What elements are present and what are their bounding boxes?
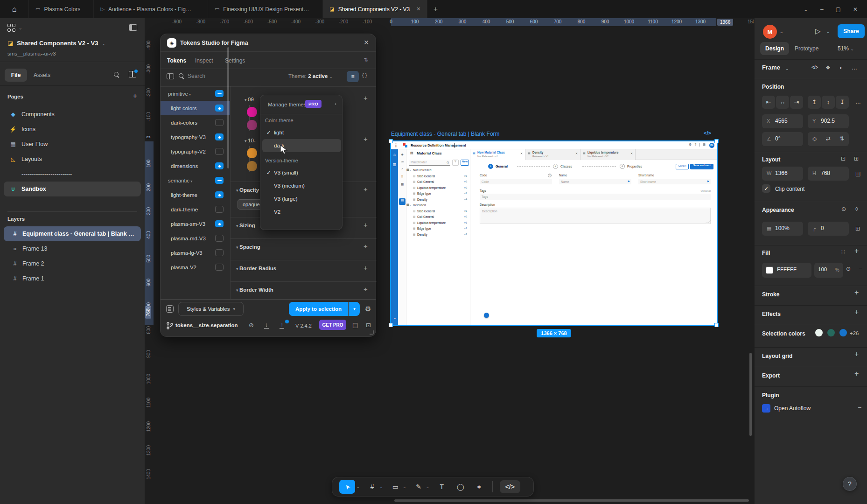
file-tab[interactable]: ▭ Finessing UI/UX Design Presentation	[208, 0, 323, 18]
app-field-help-icon[interactable]: ?	[548, 174, 552, 177]
section-opacity[interactable]: Opacity	[236, 187, 259, 193]
toolbar-tool[interactable]: ∗ ⌄	[471, 480, 488, 494]
section-border-width[interactable]: Border Width	[236, 287, 273, 293]
layer-item[interactable]: # Frame 1	[0, 271, 145, 286]
color-token-swatch[interactable]	[247, 120, 257, 130]
app-save-button[interactable]: Save and next	[690, 164, 713, 169]
token-set-checkbox[interactable]	[215, 105, 224, 112]
apply-variable-icon[interactable]: ◊	[855, 206, 858, 212]
add-token-icon[interactable]: +	[364, 264, 368, 272]
plugin-tab-inspect[interactable]: Inspect	[195, 57, 213, 64]
fill-opacity-input[interactable]: 100%	[814, 263, 843, 278]
independent-corners-icon[interactable]: ⊞	[855, 225, 860, 232]
app-tree-row[interactable]: ⌄ ▤ Slab General v3	[406, 174, 470, 180]
token-set-row[interactable]: dark-colors	[161, 115, 230, 130]
toolbar-tool[interactable]: # ⌄	[364, 480, 385, 494]
close-tab-icon[interactable]: ✕	[416, 6, 420, 12]
add-token-icon[interactable]: +	[364, 242, 368, 250]
app-tree-row[interactable]: ⌄ ▤ Released	[406, 203, 470, 209]
app-filter-button[interactable]: ∇	[452, 160, 459, 166]
token-set-row[interactable]: plasma-sm-V3	[161, 217, 230, 231]
page-item[interactable]: --------------------------	[0, 167, 145, 182]
mask-icon[interactable]: ◑	[839, 64, 842, 71]
apply-to-selection-button[interactable]: Apply to selection	[289, 302, 348, 316]
toolbar-tool[interactable]: ⌄	[492, 481, 493, 492]
theme-option[interactable]: ✓ light	[262, 126, 341, 139]
window-close-icon[interactable]: ✕	[853, 6, 858, 13]
add-layout-grid-icon[interactable]: +	[854, 350, 859, 358]
token-set-row[interactable]: plasma-md-V3	[161, 231, 230, 245]
height-input[interactable]: H768	[808, 167, 849, 181]
file-title-chevron-icon[interactable]: ⌄	[102, 41, 105, 46]
add-page-button[interactable]: +	[133, 92, 137, 100]
token-group-label[interactable]: 10-	[245, 138, 256, 143]
pull-tokens-icon[interactable]: ↓	[264, 322, 269, 329]
color-token-swatch[interactable]	[247, 161, 257, 171]
frame-name-label[interactable]: Equipment class - General tab | Blank Fo…	[391, 131, 500, 137]
add-fill-icon[interactable]: +	[854, 247, 859, 255]
resize-to-fit-icon[interactable]: ⊡	[841, 155, 846, 162]
layer-item[interactable]: # Equipment class - General tab | Blank …	[4, 226, 141, 241]
app-document-tab[interactable]: ▤ Density Released - V1 ✕	[525, 149, 580, 160]
help-button[interactable]: ?	[843, 477, 857, 491]
share-button[interactable]: Share	[838, 24, 865, 38]
fill-swatch[interactable]	[766, 266, 773, 274]
rotation-input[interactable]: ∠0°	[762, 132, 803, 146]
app-document-tab[interactable]: ▤ Liquidus temperature Not Released - V2…	[580, 149, 636, 160]
present-icon[interactable]: ▷	[815, 27, 821, 35]
corner-radius-input[interactable]: ╭0	[808, 222, 849, 236]
app-tree-row[interactable]: ⌄ ▤ Slab General v2	[406, 209, 470, 215]
app-name-input[interactable]: Name⚑	[559, 179, 631, 185]
selection-color-swatch[interactable]	[815, 329, 823, 336]
app-tree-row[interactable]: ⌄ ▤ Density v3	[406, 232, 470, 238]
token-set-checkbox[interactable]	[215, 177, 224, 184]
token-set-checkbox[interactable]	[215, 90, 224, 97]
remove-plugin-icon[interactable]: –	[858, 404, 861, 411]
theme-option[interactable]: ✓ dark	[262, 139, 341, 152]
align-right-icon[interactable]: ⇥	[790, 96, 803, 109]
tab-assets[interactable]: Assets	[34, 72, 50, 78]
sidebar-toggle-icon[interactable]	[129, 24, 137, 31]
plugin-resize-handle[interactable]	[370, 330, 374, 335]
plugin-search-input[interactable]	[188, 71, 258, 81]
theme-option[interactable]: ✓ V2	[262, 205, 341, 218]
styles-variables-button[interactable]: Styles & Variables▾	[178, 302, 244, 316]
token-set-row[interactable]: semantic	[161, 173, 230, 188]
toolbar-tool[interactable]: ◯ ⌄	[452, 480, 469, 494]
plugin-collapse-icon[interactable]: ⇄	[363, 57, 369, 62]
app-document-tab[interactable]: ▤ New Material Class Not Released - v1 ✕	[470, 149, 525, 160]
token-set-checkbox[interactable]	[215, 235, 224, 242]
token-set-checkbox[interactable]	[215, 148, 224, 155]
add-export-icon[interactable]: +	[854, 370, 859, 378]
tab-design[interactable]: Design	[760, 42, 789, 55]
toolbar-tool[interactable]: </> ⌄	[497, 480, 523, 493]
app-cancel-button[interactable]: Cancel	[676, 164, 689, 169]
file-title[interactable]: Shared Components V2 - V3	[17, 40, 98, 47]
feedback-icon[interactable]: ⊡	[366, 322, 371, 329]
open-autoflow-item[interactable]: Open Autoflow	[774, 405, 811, 412]
theme-option[interactable]: ✓ V3 (large)	[262, 192, 341, 205]
toolbar-tool[interactable]: ▭ ⌄	[387, 480, 408, 494]
width-input[interactable]: W1366	[762, 167, 803, 181]
add-stroke-icon[interactable]: +	[854, 288, 859, 297]
manage-themes-item[interactable]: Manage themes	[268, 102, 306, 107]
token-set-row[interactable]: primitive	[161, 86, 230, 101]
selected-frame[interactable]: ⣿ Resource Definition Management ⚙?|⊞ PL…	[391, 141, 717, 325]
app-search-input[interactable]: PlaceholderQ	[409, 160, 450, 166]
selection-handle[interactable]	[389, 323, 393, 327]
page-item[interactable]: ⚡ Icons	[0, 122, 145, 137]
file-tab[interactable]: ◪ Shared Components V2 - V3 ✕	[323, 0, 427, 18]
app-tree-row[interactable]: ⌄ ▤ Edge type v1	[406, 226, 470, 232]
element-type-label[interactable]: Frame	[762, 64, 780, 71]
layer-item[interactable]: ⠶ Frame 13	[0, 241, 145, 256]
app-code-input[interactable]: Code	[480, 179, 552, 185]
app-tab-close-icon[interactable]: ✕	[520, 152, 523, 156]
opacity-input[interactable]: ▦100%	[762, 222, 803, 236]
json-view-icon[interactable]: { }	[362, 72, 367, 78]
plugin-settings-gear-icon[interactable]: ⚙	[365, 305, 371, 313]
add-token-icon[interactable]: +	[364, 221, 368, 229]
align-left-icon[interactable]: ⇤	[762, 96, 775, 109]
branch-icon[interactable]	[167, 322, 173, 329]
token-set-checkbox[interactable]	[215, 191, 224, 198]
add-token-icon[interactable]: +	[364, 185, 368, 193]
